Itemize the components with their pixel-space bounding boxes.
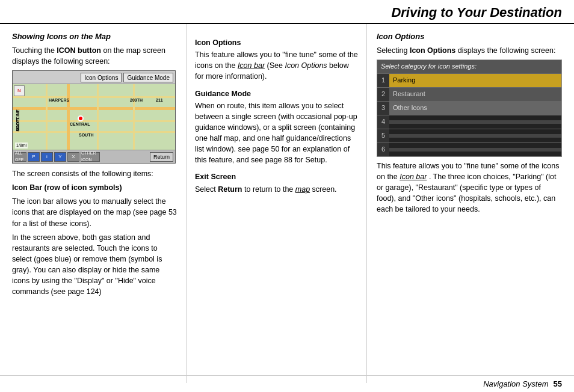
exit-screen-body: Select Return to return to the map scree… [195,184,358,195]
map-ref: map [295,185,310,194]
map-screenshot: Icon Options Guidance Mode HARPERS [12,70,176,164]
icon-bar-ref2: Icon bar [400,173,427,181]
icon-settings-table: Select category for icon settings: 1 Par… [377,60,562,157]
return-label: Return [218,185,242,194]
page-footer: Navigation System 55 [0,375,574,392]
icon-options-bold: Icon Options [410,46,455,55]
row-num-6: 6 [377,143,389,156]
footer-system-label: Navigation System [483,379,548,388]
row-num-3: 3 [377,102,389,115]
icon-options-btn[interactable]: Icon Options [81,73,122,82]
map-label-harpers: HARPERS [49,97,69,103]
table-row-2[interactable]: 2 Restaurant [377,87,561,101]
content-area: Showing Icons on the Map Touching the IC… [0,24,574,383]
row-num-4: 4 [377,115,389,129]
icon-bar-body1: The icon bar allows you to manually sele… [12,196,177,228]
map-return-btn[interactable]: Return [150,152,173,162]
row-label-parking: Parking [389,74,561,87]
map-footer: ALL OFF P i Y X OTHER ICON Return [13,150,175,163]
table-row-1[interactable]: 1 Parking [377,73,561,87]
left-column: Showing Icons on the Map Touching the IC… [0,24,187,383]
right-intro: Selecting Icon Options displays the foll… [377,45,562,56]
icon-bar-title: Icon Bar (row of icon symbols) [12,182,177,193]
table-row-6[interactable]: 6 [377,142,561,156]
map-compass: N [14,85,25,96]
row-label-other-icons: Other Icons [389,102,561,115]
map-scale: 1/8mi [15,142,28,149]
right-column: Icon Options Selecting Icon Options disp… [367,24,574,383]
map-label-211: 211 [156,97,163,103]
exit-screen-title: Exit Screen [195,171,358,182]
table-row-3[interactable]: 3 Other Icons [377,101,561,115]
page-header: Driving to Your Destination [0,0,574,24]
map-label-south: SOUTH [79,132,94,138]
guidance-mode-title: Guidance Mode [195,88,358,99]
row-num-5: 5 [377,129,389,142]
left-intro-text: Touching the [12,46,57,55]
table-row-5[interactable]: 5 [377,129,561,142]
row-label-restaurant: Restaurant [389,88,561,101]
icon-food-btn[interactable]: Y [54,152,66,162]
map-toolbar: Icon Options Guidance Mode [13,71,175,84]
screen-items-intro: The screen consists of the following ite… [12,168,177,179]
icon-off-btn[interactable]: ALL OFF [14,152,26,162]
icon-options-title: Icon Options [195,37,358,48]
icon-button-label: ICON button [57,46,101,55]
icon-p-btn[interactable]: P [28,152,40,162]
icon-options-body: This feature allows you to "fine tune" s… [195,49,358,82]
row-num-1: 1 [377,74,389,87]
map-label-scott: SCOTT [15,117,21,132]
table-row-4[interactable]: 4 [377,115,561,129]
row-label-6 [389,148,561,152]
icon-bar-ref: Icon bar [238,61,265,70]
map-label-central: CENTRAL [70,121,90,127]
icon-bar-body2: In the screen above, both gas station an… [12,232,177,298]
table-header: Select category for icon settings: [377,60,561,73]
icon-other-btn[interactable]: OTHER ICON [81,152,100,162]
right-body: This feature allows you to "fine tune" s… [377,161,562,215]
row-num-2: 2 [377,88,389,101]
row-label-4 [389,120,561,124]
icon-info-btn[interactable]: i [41,152,53,162]
page-container: Driving to Your Destination Showing Icon… [0,0,574,392]
mid-column: Icon Options This feature allows you to … [187,24,367,383]
guidance-mode-btn[interactable]: Guidance Mode [123,73,173,82]
guidance-mode-body: When on route, this item allows you to s… [195,100,358,166]
map-body: HARPERS MADELINE SCOTT CENTRAL 209TH SOU… [13,84,175,150]
map-label-209: 209TH [130,97,143,103]
left-section-title: Showing Icons on the Map [12,31,177,43]
footer-page-number: 55 [554,379,562,388]
icon-shop-btn[interactable]: X [67,152,79,162]
right-section-title: Icon Options [377,31,562,43]
row-label-5 [389,134,561,138]
page-title: Driving to Your Destination [391,5,562,20]
left-intro: Touching the ICON button on the map scre… [12,45,177,67]
